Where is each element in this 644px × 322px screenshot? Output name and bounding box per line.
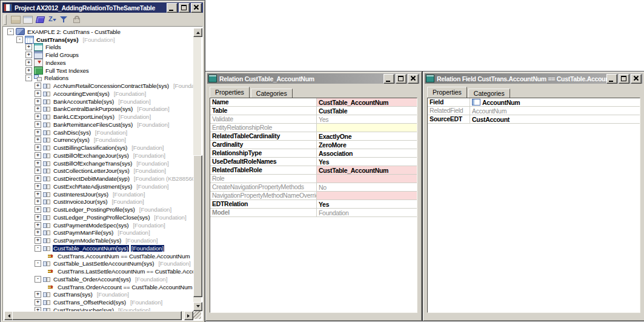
expand-icon[interactable]: +	[35, 106, 41, 112]
property-row[interactable]: RelatedTableCardinalityExactlyOne	[210, 132, 417, 141]
property-row[interactable]: EntityRelationshipRole	[210, 124, 417, 132]
horizontal-scrollbar[interactable]	[4, 311, 193, 319]
tree-item[interactable]: +BankAccountTable(sys)[Foundation]	[4, 98, 193, 106]
property-value[interactable]: Yes	[317, 158, 417, 166]
expand-icon[interactable]: +	[35, 90, 41, 97]
tab-categories[interactable]: Categories	[251, 89, 293, 98]
tree-item[interactable]: -CustTable_LastSettleAccountNum(sys)[Fou…	[4, 260, 193, 268]
property-row[interactable]: ValidateYes	[210, 115, 417, 124]
tree-item[interactable]: +Indexes	[4, 59, 193, 67]
expand-icon[interactable]: +	[35, 222, 41, 229]
tree-item[interactable]: +CustBillOfExchangeTrans(sys)[Foundation…	[4, 159, 193, 167]
property-row[interactable]: NameCustTable_AccountNum	[210, 98, 417, 107]
scroll-down-icon[interactable]	[193, 302, 202, 311]
expand-icon[interactable]: +	[35, 167, 41, 174]
open-button[interactable]	[10, 14, 22, 25]
property-row[interactable]: CreateNavigationPropertyMethodsNo	[210, 183, 417, 192]
collapse-icon[interactable]: -	[25, 75, 32, 81]
property-value[interactable]: Yes	[317, 200, 417, 208]
expand-icon[interactable]: +	[25, 59, 32, 66]
tree-item[interactable]: +CustLedger_PostingProfile(sys)[Foundati…	[4, 206, 193, 213]
tree-item[interactable]: +CustPaymManFile(sys)[Foundation]	[4, 229, 193, 237]
expand-icon[interactable]: +	[35, 237, 41, 244]
tree-item[interactable]: +CustBillOfExchangeJour(sys)[Foundation]	[4, 152, 193, 159]
expand-icon[interactable]: +	[35, 291, 41, 298]
tree-item[interactable]: -CustTable_AccountNum(sys)[Foundation]	[4, 244, 193, 252]
minimize-icon[interactable]	[606, 74, 617, 84]
tree-item[interactable]: +CustPaymModeTable(sys)[Foundation]	[4, 236, 193, 244]
relation-titlebar[interactable]: Relation CustTable_AccountNum	[207, 73, 420, 84]
expand-icon[interactable]: +	[35, 136, 41, 143]
tree-item[interactable]: CustTrans.AccountNum == CustTable.Accoun…	[4, 252, 193, 260]
tab-categories[interactable]: Categories	[468, 89, 510, 98]
property-row[interactable]: RelationshipTypeAssociation	[210, 149, 417, 158]
property-row[interactable]: CardinalityZeroMore	[210, 141, 417, 149]
tree-item[interactable]: +CustInvoiceJour(sys)[Foundation]	[4, 198, 193, 206]
tree-item[interactable]: +CustDirectDebitMandate(syp)[Foundation …	[4, 175, 193, 183]
tree-item[interactable]: +Fields	[4, 44, 193, 52]
property-value[interactable]: CustTable_AccountNum	[317, 166, 417, 174]
tree-item[interactable]: +CashDisc(sys)[Foundation]	[4, 129, 193, 136]
property-value[interactable]: CustTable_AccountNum	[317, 98, 417, 106]
scroll-right-icon[interactable]	[184, 311, 193, 320]
close-icon[interactable]	[191, 3, 202, 13]
tree-item[interactable]: +CustTrans_OffsetRecid(sys)[Foundation]	[4, 298, 193, 306]
vertical-scrollbar[interactable]	[193, 28, 201, 311]
property-value[interactable]: Foundation	[317, 209, 417, 216]
tree-item[interactable]: +AccountingEvent(sys)[Foundation]	[4, 90, 193, 98]
collapse-icon[interactable]: -	[35, 260, 41, 267]
property-row[interactable]: Role	[210, 175, 417, 183]
property-value[interactable]: CustTable	[317, 107, 417, 115]
maximize-icon[interactable]	[179, 3, 190, 13]
property-row[interactable]: EDTRelationYes	[210, 200, 417, 209]
toolbar-grip[interactable]	[4, 15, 7, 25]
expand-icon[interactable]: +	[35, 307, 41, 311]
tab-properties[interactable]: Properties	[210, 87, 250, 98]
property-value[interactable]: ZeroMore	[317, 141, 417, 149]
close-icon[interactable]	[408, 74, 419, 84]
tree-item[interactable]: +AccNumRetailConcessionContractTable(sys…	[4, 82, 193, 90]
scroll-up-icon[interactable]	[193, 28, 202, 37]
maximize-icon[interactable]	[396, 74, 407, 84]
tree-item[interactable]: -Relations	[4, 75, 193, 82]
expand-icon[interactable]: +	[25, 52, 32, 58]
property-row[interactable]: UseDefaultRoleNamesYes	[210, 158, 417, 166]
tree-item[interactable]: CustTrans.LastSettleAccountNum == CustTa…	[4, 267, 193, 275]
property-value[interactable]: CustAccount	[470, 115, 640, 123]
expand-icon[interactable]: +	[35, 229, 41, 236]
property-row[interactable]: FieldAccountNum	[428, 98, 640, 107]
expand-icon[interactable]: +	[35, 82, 41, 89]
property-row[interactable]: RelatedTableRoleCustTable_AccountNum	[210, 166, 417, 175]
tree-item[interactable]: -EXAMPLE 2: CustTrans - CustTable	[4, 28, 193, 36]
collapse-icon[interactable]: -	[35, 276, 41, 283]
expand-icon[interactable]: +	[35, 191, 41, 198]
maximize-icon[interactable]	[619, 74, 629, 84]
close-icon[interactable]	[631, 74, 642, 84]
tree-item[interactable]: +CustBillingClassification(sys)[Foundati…	[4, 144, 193, 152]
expand-icon[interactable]: +	[35, 129, 41, 136]
expand-icon[interactable]: +	[35, 160, 41, 167]
project-titlebar[interactable]: Project AX2012_AddingRelationToTheSameTa…	[2, 2, 203, 13]
tree-item[interactable]: +CustLedger_PostingProfileClose(sys)[Fou…	[4, 213, 193, 221]
relation-field-titlebar[interactable]: Relation Field CustTrans.AccountNum == C…	[425, 73, 643, 84]
compile-button[interactable]	[34, 14, 46, 25]
expand-icon[interactable]: +	[35, 113, 41, 120]
tree-item[interactable]: +Currency(sys)[Foundation]	[4, 136, 193, 144]
expand-icon[interactable]: +	[35, 175, 41, 182]
property-row[interactable]: SourceEDTCustAccount	[428, 115, 640, 124]
tree-item[interactable]: +CustInterestJour(sys)[Foundation]	[4, 190, 193, 198]
property-value[interactable]: Yes	[317, 115, 417, 123]
tree-item[interactable]: -CustTrans(sys)[Foundation]	[4, 36, 193, 44]
vertical-scroll-thumb[interactable]	[193, 155, 202, 297]
expand-icon[interactable]: +	[35, 152, 41, 159]
property-value[interactable]: ExactlyOne	[317, 132, 417, 140]
tree-item[interactable]: +CustCollectionLetterJour(sys)[Foundatio…	[4, 167, 193, 175]
minimize-icon[interactable]	[383, 74, 394, 84]
tree-item[interactable]: +BankRemittanceFilesCust(sys)[Foundation…	[4, 121, 193, 129]
property-row[interactable]: NavigationPropertyMethodNameOverride	[210, 192, 417, 200]
collapse-icon[interactable]: -	[16, 36, 23, 43]
expand-icon[interactable]: +	[35, 206, 41, 213]
expand-icon[interactable]: +	[35, 299, 41, 306]
tree-item[interactable]: +Field Groups	[4, 51, 193, 59]
tab-properties[interactable]: Properties	[427, 87, 467, 98]
